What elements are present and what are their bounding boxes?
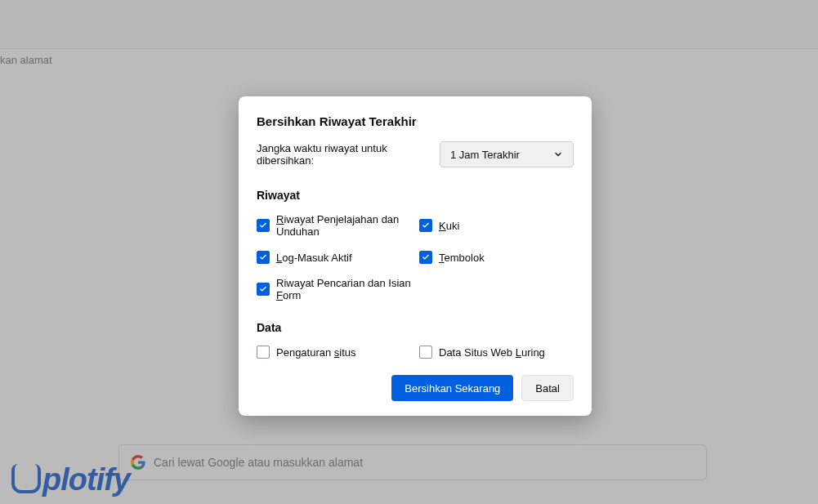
time-range-row: Jangka waktu riwayat untuk dibersihkan: … xyxy=(257,141,574,167)
check-offline-data[interactable]: Data Situs Web Luring xyxy=(419,346,574,359)
section-history-title: Riwayat xyxy=(257,189,574,202)
dialog-button-row: Bersihkan Sekarang Batal xyxy=(257,375,574,401)
section-data-title: Data xyxy=(257,321,574,334)
checkbox[interactable] xyxy=(257,251,270,264)
check-label: Kuki xyxy=(439,220,459,232)
check-label: Data Situs Web Luring xyxy=(439,346,545,359)
cancel-button[interactable]: Batal xyxy=(521,375,574,401)
time-range-select[interactable]: 1 Jam Terakhir xyxy=(440,141,574,167)
checkbox[interactable] xyxy=(419,346,432,359)
check-label: Pengaturan situs xyxy=(276,346,356,359)
check-label: Riwayat Penjelajahan dan Unduhan xyxy=(276,213,411,238)
checkbox[interactable] xyxy=(257,219,270,232)
check-label: Tembolok xyxy=(439,252,485,264)
check-cache[interactable]: Tembolok xyxy=(419,251,574,264)
data-options-grid: Pengaturan situs Data Situs Web Luring xyxy=(257,346,574,359)
checkbox[interactable] xyxy=(419,219,432,232)
time-range-label: Jangka waktu riwayat untuk dibersihkan: xyxy=(257,142,440,167)
check-label: Log-Masuk Aktif xyxy=(276,252,352,264)
check-site-settings[interactable]: Pengaturan situs xyxy=(257,346,411,359)
check-browsing-history[interactable]: Riwayat Penjelajahan dan Unduhan xyxy=(257,213,411,238)
check-form-history[interactable]: Riwayat Pencarian dan Isian Form xyxy=(257,277,411,301)
clear-now-button[interactable]: Bersihkan Sekarang xyxy=(391,375,513,401)
chevron-down-icon xyxy=(553,149,563,159)
check-label: Riwayat Pencarian dan Isian Form xyxy=(276,277,411,301)
history-options-grid: Riwayat Penjelajahan dan Unduhan Kuki Lo… xyxy=(257,213,574,301)
dialog-title: Bersihkan Riwayat Terakhir xyxy=(257,114,574,128)
time-range-value: 1 Jam Terakhir xyxy=(450,149,520,161)
check-cookies[interactable]: Kuki xyxy=(419,213,574,238)
clear-history-dialog: Bersihkan Riwayat Terakhir Jangka waktu … xyxy=(239,96,592,416)
check-active-logins[interactable]: Log-Masuk Aktif xyxy=(257,251,411,264)
checkbox[interactable] xyxy=(257,283,270,296)
checkbox[interactable] xyxy=(419,251,432,264)
checkbox[interactable] xyxy=(257,346,270,359)
